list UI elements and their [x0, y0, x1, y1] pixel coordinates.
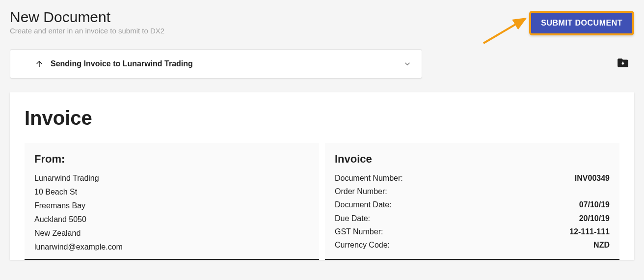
meta-label: Order Number: [335, 185, 387, 198]
svg-rect-4 [622, 62, 623, 64]
chevron-down-icon [403, 59, 412, 68]
sending-invoice-accordion[interactable]: Sending Invoice to Lunarwind Trading [10, 49, 422, 79]
submit-document-button[interactable]: SUBMIT DOCUMENT [529, 11, 634, 35]
meta-value: 20/10/19 [579, 212, 610, 225]
invoice-meta-panel: Invoice Document Number: INV00349 Order … [325, 143, 619, 260]
from-country: New Zealand [34, 226, 309, 240]
accordion-title: Sending Invoice to Lunarwind Trading [51, 59, 193, 68]
from-suburb: Freemans Bay [34, 199, 309, 213]
meta-label: Due Date: [335, 212, 370, 225]
invoice-meta-heading: Invoice [335, 153, 610, 166]
arrow-up-icon [35, 59, 44, 68]
invoice-card: Invoice From: Lunarwind Trading 10 Beach… [10, 92, 634, 260]
from-email: lunarwind@example.com [34, 240, 309, 254]
meta-row-document-date: Document Date: 07/10/19 [335, 198, 610, 211]
from-heading: From: [34, 153, 309, 166]
meta-label: Document Number: [335, 171, 403, 185]
meta-value: 12-111-111 [569, 225, 610, 238]
meta-value: INV00349 [575, 171, 610, 185]
folder-download-icon[interactable] [617, 56, 629, 71]
from-company: Lunarwind Trading [34, 171, 309, 185]
meta-row-order-number: Order Number: [335, 185, 610, 198]
meta-value: NZD [593, 238, 610, 252]
meta-label: Currency Code: [335, 238, 390, 252]
meta-row-due-date: Due Date: 20/10/19 [335, 212, 610, 225]
from-panel: From: Lunarwind Trading 10 Beach St Free… [25, 143, 319, 260]
page-subtitle: Create and enter in an invoice to submit… [10, 27, 164, 35]
page-title: New Document [10, 9, 164, 26]
meta-label: Document Date: [335, 198, 392, 211]
meta-row-currency-code: Currency Code: NZD [335, 238, 610, 252]
from-street: 10 Beach St [34, 185, 309, 199]
meta-row-document-number: Document Number: INV00349 [335, 171, 610, 185]
meta-label: GST Number: [335, 225, 383, 238]
meta-row-gst-number: GST Number: 12-111-111 [335, 225, 610, 238]
meta-value: 07/10/19 [579, 198, 610, 211]
invoice-heading: Invoice [25, 107, 619, 129]
from-city: Auckland 5050 [34, 213, 309, 226]
